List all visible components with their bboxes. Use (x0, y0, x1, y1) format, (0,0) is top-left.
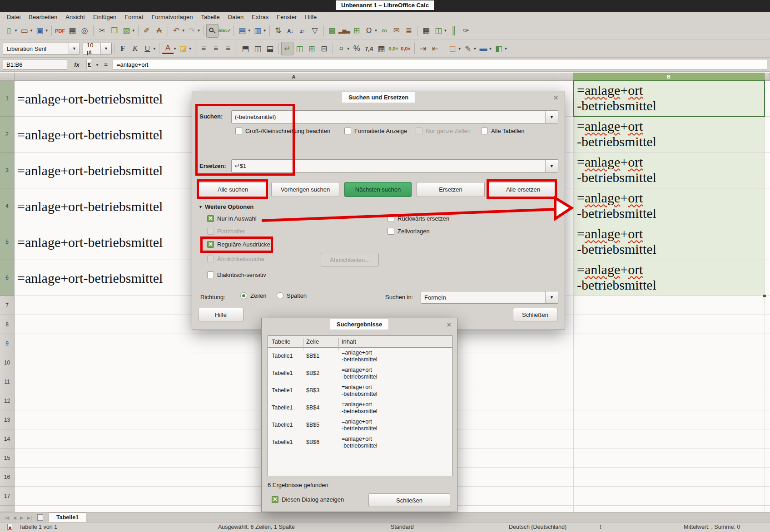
export-pdf-icon[interactable]: PDF (54, 24, 66, 38)
show-dialog-checkbox[interactable]: Diesen Dialog anzeigen (272, 496, 344, 503)
align-right-icon[interactable]: ≡ (222, 42, 234, 55)
cell-b2[interactable]: =anlage+ort-betriebsmittel (577, 118, 656, 149)
column-dropdown[interactable]: ▼ (263, 29, 267, 33)
replace-backwards-checkbox[interactable]: Rückwärts ersetzen (387, 215, 449, 222)
first-sheet-icon[interactable]: |◀ (3, 513, 11, 522)
font-name-dropdown[interactable]: ▼ (69, 43, 79, 54)
result-row-1[interactable]: Tabelle1$B$1 =anlage+ort-betriebsmittel (268, 348, 452, 365)
row-header-15[interactable]: 15 (0, 448, 15, 468)
search-combo[interactable]: (-betriebsmittel) ▼ (231, 110, 558, 123)
menu-hilfe[interactable]: Hilfe (301, 12, 321, 22)
find-all-button[interactable]: Alle suchen (199, 182, 267, 197)
cell-b3[interactable]: =anlage+ort-betriebsmittel (577, 154, 656, 185)
sort-descending-icon[interactable]: z↑ (297, 24, 309, 38)
menu-tabelle[interactable]: Tabelle (197, 12, 224, 22)
result-row-2[interactable]: Tabelle1$B$2 =anlage+ort-betriebsmittel (268, 365, 452, 382)
undo-icon[interactable]: ↶ (170, 24, 183, 38)
column-header-tabelle[interactable]: Tabelle (272, 338, 290, 345)
redo-dropdown[interactable]: ▼ (197, 29, 201, 33)
border-color-icon[interactable]: ▬ (477, 42, 490, 55)
row-header-17[interactable]: 17 (0, 487, 15, 506)
result-row-4[interactable]: Tabelle1$B$4 =anlage+ort-betriebsmittel (268, 399, 452, 417)
underline-icon[interactable]: U (141, 42, 154, 55)
save-dropdown[interactable]: ▼ (45, 29, 49, 33)
font-name-combo[interactable]: Liberation Serif ▼ (3, 43, 80, 54)
menu-daten[interactable]: Daten (224, 12, 248, 22)
column-header-b[interactable]: B (573, 73, 765, 81)
freeze-dropdown[interactable]: ▼ (443, 29, 447, 33)
column-header-inhalt[interactable]: Inhalt (342, 338, 356, 345)
close-icon[interactable]: ✕ (553, 94, 558, 101)
borders-icon[interactable]: □ (447, 42, 459, 55)
sheet-info[interactable]: Tabelle 1 von 1 (19, 524, 57, 530)
name-box[interactable]: ▼ (3, 59, 67, 70)
insert-comment-icon[interactable]: ✉ (390, 24, 402, 38)
font-size-combo[interactable]: 10 pt ▼ (83, 43, 112, 54)
insert-chart-icon[interactable]: ▂▅▃ (338, 24, 351, 38)
row-header-4[interactable]: 4 (0, 188, 15, 224)
increase-indent-icon[interactable]: ⇥ (417, 42, 429, 55)
clear-formatting-icon[interactable]: A (153, 24, 165, 38)
replace-dropdown[interactable]: ▼ (545, 160, 558, 172)
highlight-color-icon[interactable]: ◪ (177, 42, 189, 55)
row-icon[interactable]: ▤ (236, 24, 248, 38)
font-size-dropdown[interactable]: ▼ (100, 43, 111, 54)
search-in-dropdown[interactable]: Formeln ▼ (421, 291, 558, 304)
replace-all-button[interactable]: Alle ersetzen (489, 182, 557, 197)
row-header-18[interactable] (0, 506, 15, 512)
column-header-c[interactable] (765, 73, 770, 81)
selection-info[interactable]: Ausgewählt: 6 Zeilen, 1 Spalte (218, 524, 295, 530)
previous-sheet-icon[interactable]: ◀ (11, 513, 18, 522)
equals-icon[interactable]: = (100, 59, 112, 70)
open-icon[interactable]: ▭ (18, 24, 30, 38)
clone-formatting-icon[interactable]: ✐ (141, 24, 153, 38)
page-style[interactable]: Standard (391, 524, 414, 530)
cell-a4[interactable]: =anlage+ort-betriebsmittel (17, 188, 163, 224)
close-icon[interactable]: ✕ (447, 321, 452, 328)
font-color-icon[interactable]: A (162, 43, 174, 54)
cell-a5[interactable]: =anlage+ort-betriebsmittel (17, 224, 163, 260)
unmerge-cells-icon[interactable]: ⊟ (318, 42, 330, 55)
menu-ansicht[interactable]: Ansicht (61, 12, 89, 22)
row-dropdown[interactable]: ▼ (248, 29, 251, 33)
italic-icon[interactable]: K (129, 42, 141, 55)
replace-combo[interactable]: ↵$1 ▼ (231, 159, 558, 172)
replace-button[interactable]: Ersetzen (417, 182, 485, 197)
column-header-a[interactable]: A (15, 73, 573, 81)
row-header-2[interactable]: 2 (0, 117, 15, 153)
row-header-13[interactable]: 13 (0, 410, 15, 429)
valign-top-icon[interactable]: ⬒ (239, 42, 252, 55)
row-header-3[interactable]: 3 (0, 153, 15, 188)
column-header-zelle[interactable]: Zelle (306, 338, 319, 345)
border-color-dropdown[interactable]: ▼ (489, 47, 492, 51)
diacritic-sensitive-checkbox[interactable]: Diakritisch-sensitiv (207, 271, 266, 278)
menu-extras[interactable]: Extras (248, 12, 273, 22)
row-header-6[interactable]: 6 (0, 260, 15, 296)
language[interactable]: Deutsch (Deutschland) (509, 524, 566, 530)
cell-a3[interactable]: =anlage+ort-betriebsmittel (17, 153, 163, 188)
regex-checkbox[interactable]: Reguläre Ausdrücke (207, 241, 270, 248)
menu-formatvorlagen[interactable]: Formatvorlagen (147, 12, 197, 22)
sum-icon[interactable]: Σ (84, 59, 95, 70)
match-case-checkbox[interactable]: Groß-/Kleinschreibung beachten (235, 128, 330, 134)
formula-input[interactable] (113, 59, 767, 70)
print-icon[interactable]: ▦ (66, 24, 79, 38)
borders-dropdown[interactable]: ▼ (458, 47, 462, 51)
result-row-3[interactable]: Tabelle1$B$3 =anlage+ort-betriebsmittel (268, 382, 452, 399)
row-header-12[interactable]: 12 (0, 391, 15, 410)
all-sheets-checkbox[interactable]: Alle Tabellen (481, 128, 524, 134)
spelling-icon[interactable]: abc✓ (219, 24, 231, 38)
merge-center-icon[interactable]: ◫ (293, 42, 306, 55)
currency-format-icon[interactable]: ¤ (335, 42, 348, 55)
cell-b4[interactable]: =anlage+ort-betriebsmittel (577, 190, 656, 221)
menu-fenster[interactable]: Fenster (273, 12, 301, 22)
other-options-expander[interactable]: ▼Weitere Optionen (199, 203, 253, 210)
result-row-6[interactable]: Tabelle1$B$6 =anlage+ort-betriebsmittel (268, 434, 452, 451)
results-close-button[interactable]: Schließen (368, 493, 450, 507)
row-header-11[interactable]: 11 (0, 372, 15, 391)
wrap-text-icon[interactable]: ↵ (281, 42, 293, 55)
sheet-tab-tabelle1[interactable]: Tabelle1 (49, 512, 86, 522)
print-preview-icon[interactable]: ◎ (79, 24, 91, 38)
columns-radio[interactable]: Spalten (277, 292, 307, 299)
underline-dropdown[interactable]: ▼ (153, 47, 156, 51)
